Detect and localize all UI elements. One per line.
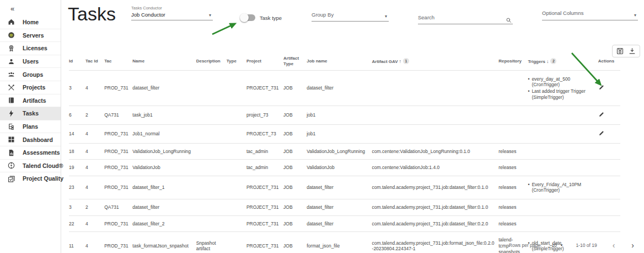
column-header-actions[interactable]: Actions: [598, 53, 620, 70]
sidebar-item-plans[interactable]: Plans: [0, 120, 61, 133]
edit-task-button[interactable]: [598, 84, 605, 91]
sidebar-item-label: Home: [23, 19, 39, 25]
sidebar-item-groups[interactable]: Groups: [0, 67, 61, 81]
cell-type: [227, 176, 246, 199]
caret-down-icon: ▾: [385, 14, 387, 19]
cell-job_name: ValidationJob: [307, 160, 372, 176]
search-input[interactable]: [418, 14, 501, 24]
sidebar: « HomeServersLicensesUsersGroupsProjects…: [0, 0, 61, 253]
sidebar-item-label: Assessments: [23, 149, 60, 156]
column-header-job_name[interactable]: Job name: [307, 53, 372, 70]
sidebar-item-label: Licenses: [23, 45, 47, 51]
cell-name: task_job1: [132, 106, 196, 125]
edit-task-button[interactable]: [598, 111, 605, 118]
cell-tac_id: 4: [85, 160, 104, 176]
column-header-type[interactable]: Type: [227, 53, 246, 70]
cell-description: [196, 176, 227, 199]
trigger-item: •every_day_at_500 (CronTrigger): [528, 76, 594, 88]
cell-id: 6: [69, 106, 85, 125]
column-header-artifact_gav[interactable]: Artifact GAV↑1: [372, 53, 499, 70]
cell-description: [196, 199, 227, 216]
sidebar-item-servers[interactable]: Servers: [0, 29, 61, 42]
column-header-tac[interactable]: Tac: [104, 53, 132, 70]
cell-artifact_type: JOB: [283, 143, 307, 160]
next-page-icon[interactable]: ›: [630, 241, 635, 249]
sidebar-item-assessments[interactable]: Assessments: [0, 146, 61, 159]
table-row: 234PROD_731dataset_filter_1PROJECT_731JO…: [69, 176, 620, 199]
sidebar-item-artifacts[interactable]: Artifacts: [0, 94, 61, 107]
sidebar-item-talend-cloud[interactable]: Talend Cloud®: [0, 159, 61, 172]
tasks-conductor-value: Job Conductor: [131, 12, 213, 20]
annotation-arrow-task-type: [209, 20, 242, 38]
cell-tac: PROD_731: [104, 176, 132, 199]
caret-down-icon: ▾: [561, 243, 563, 247]
cell-tac_id: 4: [85, 215, 104, 232]
cell-job_name: dataset_filter: [307, 215, 372, 232]
cell-artifact_gav: com.talend.academy.project_731.job:forma…: [372, 232, 499, 253]
cell-project: PROJECT_731: [246, 199, 283, 216]
column-header-description[interactable]: Description: [196, 53, 227, 70]
search-field: [418, 12, 513, 24]
cell-tac: PROD_731: [104, 124, 132, 143]
task-type-toggle[interactable]: [241, 14, 255, 21]
cell-actions: [598, 70, 620, 106]
cell-description: [196, 215, 227, 232]
sidebar-item-dashboard[interactable]: Dashboard: [0, 133, 61, 146]
projects-icon: [7, 83, 15, 92]
cell-artifact_gav: [372, 70, 499, 106]
cell-actions: [598, 176, 620, 199]
cell-artifact_gav: com.talend.academy.project_731.job:datas…: [372, 176, 499, 199]
sidebar-collapse-button[interactable]: «: [0, 0, 61, 15]
cell-project: project_73: [246, 106, 283, 125]
cell-tac: PROD_731: [104, 143, 132, 160]
sidebar-item-users[interactable]: Users: [0, 55, 61, 68]
tasks-table: IdTac IdTacNameDescriptionTypeProjectArt…: [69, 53, 620, 253]
cell-description: [196, 143, 227, 160]
column-header-triggers[interactable]: Triggers↓2: [528, 53, 598, 70]
sidebar-item-home[interactable]: Home: [0, 15, 61, 29]
cell-project: PROJECT_73: [246, 124, 283, 143]
sidebar-item-tasks[interactable]: Tasks: [0, 107, 61, 120]
rows-per-page-select[interactable]: 10 ▾: [550, 243, 564, 248]
column-header-name[interactable]: Name: [132, 53, 196, 70]
cell-id: 11: [69, 232, 85, 253]
sidebar-item-projects[interactable]: Projects: [0, 81, 61, 94]
cell-name: Job1_normal: [132, 124, 196, 143]
sidebar-item-label: Project Quality: [23, 175, 63, 182]
cell-job_name: format_json_file: [307, 232, 372, 253]
column-header-repository[interactable]: Repository: [498, 53, 528, 70]
cell-artifact_gav: [372, 106, 499, 125]
group-by-value: Group By: [312, 12, 389, 21]
cell-type: [227, 215, 246, 232]
sort-order-badge: 2: [550, 58, 556, 64]
main-content: Tasks Tasks Conductor Job Conductor ▾ Ta…: [61, 0, 644, 253]
column-header-tac_id[interactable]: Tac Id: [85, 53, 104, 70]
cell-project: PROJECT_731: [246, 215, 283, 232]
cell-actions: [598, 106, 620, 125]
caret-down-icon: ▾: [634, 13, 636, 18]
cell-triggers: [528, 160, 598, 176]
edit-task-button[interactable]: [598, 130, 605, 136]
sidebar-item-label: Talend Cloud®: [23, 162, 63, 169]
sidebar-item-label: Dashboard: [23, 136, 53, 143]
cell-artifact_type: JOB: [283, 106, 307, 125]
column-header-id[interactable]: Id: [69, 53, 85, 70]
column-header-project[interactable]: Project: [246, 53, 283, 70]
toggle-knob: [240, 13, 249, 22]
cell-name: ValidationJob: [132, 160, 196, 176]
cell-tac_id: 4: [85, 232, 104, 253]
cell-repository: [498, 124, 528, 143]
group-by-select[interactable]: Group By ▾: [312, 12, 389, 22]
sidebar-item-licenses[interactable]: Licenses: [0, 41, 61, 55]
sidebar-item-label: Artifacts: [23, 97, 46, 104]
tasks-conductor-select[interactable]: Tasks Conductor Job Conductor ▾: [131, 6, 213, 20]
optional-columns-select[interactable]: Optional Columns ▾: [542, 10, 638, 20]
previous-page-icon[interactable]: ‹: [611, 241, 616, 249]
sidebar-item-project-quality[interactable]: Project Quality: [0, 172, 61, 185]
column-header-artifact_type[interactable]: Artifact Type: [283, 53, 307, 70]
cell-job_name: dataset_filter: [307, 176, 372, 199]
cell-description: [196, 70, 227, 106]
pagination-bar: Rows per page: 10 ▾ 1-10 of 19 ‹ ›: [509, 241, 635, 249]
table-row: 184PROD_731ValidationJob_LongRunningtac_…: [69, 143, 620, 160]
download-icon[interactable]: [628, 47, 636, 55]
